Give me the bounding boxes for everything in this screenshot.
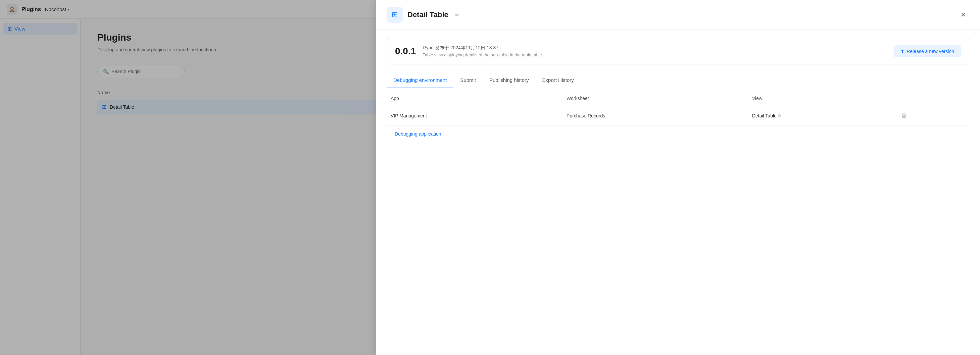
release-icon: ⬆ xyxy=(900,49,905,54)
modal-plugin-icon: ⊞ xyxy=(387,19,403,23)
close-button[interactable]: ✕ xyxy=(957,19,969,21)
modal-title-group: ⊞ Detail Table ✏ xyxy=(387,19,460,23)
version-author: Ryan 发布于 2024年11月12日 18:37 xyxy=(423,45,543,51)
external-link-icon: ⧉ xyxy=(778,113,781,118)
delete-row-button[interactable]: 🗑 xyxy=(899,111,910,120)
view-link[interactable]: Detail Table ⧉ xyxy=(752,113,891,118)
actions-cell: 🗑 xyxy=(895,106,969,126)
version-card: 0.0.1 Ryan 发布于 2024年11月12日 18:37 Table v… xyxy=(387,38,969,64)
col-worksheet-header: Worksheet xyxy=(563,91,748,106)
modal-header: ⊞ Detail Table ✏ ✕ xyxy=(376,19,980,30)
tab-publishing-history[interactable]: Publishing history xyxy=(483,72,536,88)
release-btn-label: Release a new version xyxy=(907,49,954,54)
col-actions-header xyxy=(895,91,969,106)
modal-overlay: ⊞ Detail Table ✏ ✕ 0.0.1 Ryan 发布于 2024年1… xyxy=(0,19,980,355)
tab-export-history[interactable]: Export History xyxy=(536,72,581,88)
debug-table-row: VIP Management Purchase Records Detail T… xyxy=(387,106,969,126)
col-app-header: App xyxy=(387,91,563,106)
view-cell: Detail Table ⧉ xyxy=(748,106,895,126)
version-info: 0.0.1 Ryan 发布于 2024年11月12日 18:37 Table v… xyxy=(395,45,543,57)
worksheet-cell: Purchase Records xyxy=(563,106,748,126)
modal-panel: ⊞ Detail Table ✏ ✕ 0.0.1 Ryan 发布于 2024年1… xyxy=(376,19,980,355)
main-layout: ⊞ View Plugins Develop and control view … xyxy=(0,19,980,355)
version-number: 0.0.1 xyxy=(395,46,416,57)
modal-tabs: Debugging environment Submit Publishing … xyxy=(376,72,980,88)
app-cell: VIP Management xyxy=(387,106,563,126)
debug-table: App Worksheet View VIP Management Purcha… xyxy=(387,91,969,126)
add-debugging-application-link[interactable]: + Debugging application xyxy=(387,126,445,142)
modal-content: App Worksheet View VIP Management Purcha… xyxy=(376,88,980,355)
version-meta: Ryan 发布于 2024年11月12日 18:37 Table view di… xyxy=(423,45,543,57)
version-description: Table view displaying details of the sub… xyxy=(423,53,543,57)
modal-title: Detail Table xyxy=(407,19,449,19)
col-view-header: View xyxy=(748,91,895,106)
release-new-version-button[interactable]: ⬆ Release a new version xyxy=(894,45,961,57)
tab-submit[interactable]: Submit xyxy=(453,72,483,88)
tab-debugging-environment[interactable]: Debugging environment xyxy=(387,72,453,88)
